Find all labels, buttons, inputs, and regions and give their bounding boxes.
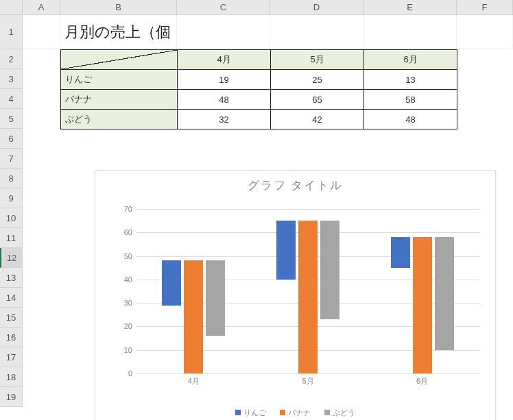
chart-y-tick: 30 <box>124 299 132 307</box>
data-table[interactable]: 4月 5月 6月 りんご 19 25 13 バナナ 48 65 58 ぶ <box>60 49 457 129</box>
chart-bar[interactable] <box>206 260 225 336</box>
legend-item[interactable]: バナナ <box>280 408 311 418</box>
chart-y-tick: 40 <box>124 275 132 284</box>
table-cell[interactable]: 48 <box>178 90 271 110</box>
row-header-2[interactable]: 2 <box>0 49 23 69</box>
page-title-cell[interactable]: 月別の売上（個数） <box>60 15 177 49</box>
chart-y-axis: 010203040506070 <box>116 209 135 373</box>
row-header-13[interactable]: 13 <box>0 268 23 288</box>
legend-item[interactable]: りんご <box>235 408 266 418</box>
legend-swatch-icon <box>324 410 330 415</box>
table-cell[interactable]: 13 <box>364 70 457 90</box>
table-cell[interactable]: 25 <box>271 70 364 90</box>
column-header-row: A B C D E F <box>0 0 513 15</box>
table-row: りんご 19 25 13 <box>61 70 457 90</box>
chart-bar-group <box>162 260 225 373</box>
chart-y-tick: 70 <box>124 205 132 213</box>
cell-area[interactable]: 月別の売上（個数） 4月 5月 6月 りんご 19 25 13 <box>23 15 513 407</box>
chart-legend: りんごバナナぶどう <box>95 408 495 418</box>
chart-bar[interactable] <box>391 237 410 268</box>
row-header-6[interactable]: 6 <box>0 129 23 149</box>
chart-gridline <box>136 373 479 374</box>
chart-y-tick: 0 <box>128 369 132 378</box>
row-header-16[interactable]: 16 <box>0 328 23 347</box>
row-header-11[interactable]: 11 <box>0 228 23 248</box>
chart-y-tick: 60 <box>124 228 132 236</box>
legend-item[interactable]: ぶどう <box>324 408 355 418</box>
chart-bar-group <box>391 237 454 373</box>
table-cell[interactable]: 65 <box>271 90 364 110</box>
select-all-corner[interactable] <box>0 0 23 14</box>
col-header-B[interactable]: B <box>60 0 177 14</box>
row-header-18[interactable]: 18 <box>0 367 23 387</box>
table-cell[interactable]: 42 <box>271 110 364 129</box>
row-header-9[interactable]: 9 <box>0 188 23 208</box>
row-header-15[interactable]: 15 <box>0 308 23 328</box>
row-header-1[interactable]: 1 <box>0 15 23 49</box>
chart-bar[interactable] <box>320 221 339 319</box>
row-header-17[interactable]: 17 <box>0 347 23 367</box>
table-col-header[interactable]: 5月 <box>271 50 364 70</box>
chart-bar[interactable] <box>298 221 318 373</box>
row-header-19[interactable]: 19 <box>0 387 23 407</box>
table-cell[interactable]: 48 <box>364 110 457 129</box>
table-col-header[interactable]: 6月 <box>364 50 457 70</box>
chart-x-label: 6月 <box>388 376 457 386</box>
row-header-3[interactable]: 3 <box>0 69 23 89</box>
table-cell[interactable]: 58 <box>364 90 457 110</box>
row-header-5[interactable]: 5 <box>0 109 23 129</box>
table-row: バナナ 48 65 58 <box>61 90 457 110</box>
col-header-C[interactable]: C <box>177 0 270 14</box>
col-header-F[interactable]: F <box>457 0 513 14</box>
table-corner-diag[interactable] <box>61 50 178 70</box>
col-header-E[interactable]: E <box>363 0 457 14</box>
col-header-A[interactable]: A <box>23 0 60 14</box>
table-row: ぶどう 32 42 48 <box>61 110 457 129</box>
table-row-header[interactable]: バナナ <box>61 90 178 110</box>
table-cell[interactable]: 19 <box>178 70 271 90</box>
row-header-7[interactable]: 7 <box>0 149 23 169</box>
table-row-header[interactable]: りんご <box>61 70 178 90</box>
legend-swatch-icon <box>235 410 241 415</box>
table-col-header[interactable]: 4月 <box>178 50 271 70</box>
chart-y-tick: 50 <box>124 252 132 260</box>
chart-bar[interactable] <box>184 260 203 373</box>
chart-x-label: 4月 <box>159 376 228 386</box>
chart-plot-area <box>136 209 479 373</box>
chart-gridline <box>136 209 479 210</box>
row-header-14[interactable]: 14 <box>0 288 23 308</box>
table-row-header[interactable]: ぶどう <box>61 110 178 129</box>
chart-bar[interactable] <box>435 237 454 350</box>
chart-bar-group <box>276 221 339 373</box>
legend-swatch-icon <box>280 410 285 415</box>
row-header-12[interactable]: 12 <box>0 248 23 268</box>
row-header-8[interactable]: 8 <box>0 169 23 188</box>
row-header-4[interactable]: 4 <box>0 89 23 109</box>
chart-bar[interactable] <box>162 260 181 305</box>
chart-title[interactable]: グラフ タイトル <box>95 171 495 197</box>
row-header-column: 1 2 3 4 5 6 7 8 9 10 11 12 13 14 15 16 1… <box>0 15 23 407</box>
spreadsheet: A B C D E F 1 2 3 4 5 6 7 8 9 10 11 12 1… <box>0 0 513 420</box>
chart-bar[interactable] <box>276 221 296 280</box>
col-header-D[interactable]: D <box>270 0 363 14</box>
chart-y-tick: 10 <box>124 346 132 354</box>
row-header-10[interactable]: 10 <box>0 208 23 228</box>
table-cell[interactable]: 32 <box>178 110 271 129</box>
chart-y-tick: 20 <box>124 322 132 330</box>
chart-object[interactable]: グラフ タイトル 010203040506070 4月5月6月 りんごバナナぶど… <box>95 170 496 420</box>
chart-x-label: 5月 <box>274 376 342 386</box>
chart-bar[interactable] <box>413 237 432 373</box>
